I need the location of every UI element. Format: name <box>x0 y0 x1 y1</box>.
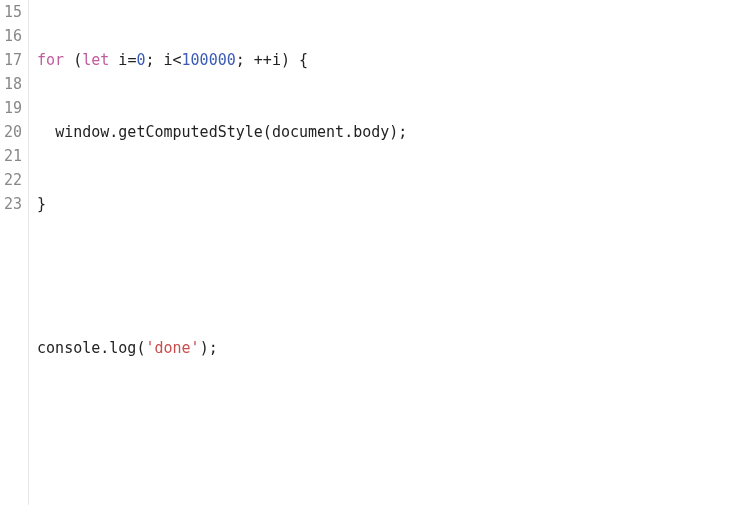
line-number: 19 <box>4 96 22 120</box>
code-line <box>37 480 745 504</box>
line-number: 21 <box>4 144 22 168</box>
line-number: 17 <box>4 48 22 72</box>
line-number: 23 <box>4 192 22 216</box>
code-line: window.getComputedStyle(document.body); <box>37 120 745 144</box>
code-line: for (let i=0; i<100000; ++i) { <box>37 48 745 72</box>
line-number: 20 <box>4 120 22 144</box>
code-line <box>37 408 745 432</box>
code-line <box>37 264 745 288</box>
code-editor[interactable]: 15 16 17 18 19 20 21 22 23 for (let i=0;… <box>0 0 745 505</box>
code-line: } <box>37 192 745 216</box>
line-number: 15 <box>4 0 22 24</box>
code-content[interactable]: for (let i=0; i<100000; ++i) { window.ge… <box>29 0 745 505</box>
line-number: 22 <box>4 168 22 192</box>
line-number: 16 <box>4 24 22 48</box>
code-line: console.log('done'); <box>37 336 745 360</box>
line-number-gutter: 15 16 17 18 19 20 21 22 23 <box>0 0 29 505</box>
line-number: 18 <box>4 72 22 96</box>
